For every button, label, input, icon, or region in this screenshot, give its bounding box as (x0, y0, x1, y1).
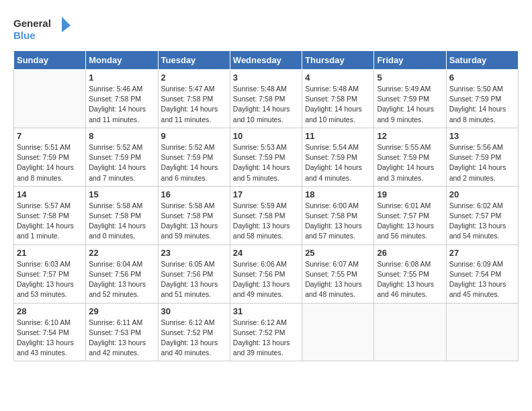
day-cell: 6Sunrise: 5:50 AM Sunset: 7:59 PM Daylig… (446, 70, 518, 128)
day-number: 13 (449, 131, 515, 141)
day-cell: 23Sunrise: 6:05 AM Sunset: 7:56 PM Dayli… (158, 244, 230, 303)
day-header-tuesday: Tuesday (158, 51, 230, 70)
day-number: 21 (17, 248, 83, 258)
day-info: Sunrise: 5:51 AM Sunset: 7:59 PM Dayligh… (17, 142, 83, 183)
day-header-wednesday: Wednesday (230, 51, 302, 70)
day-number: 24 (233, 248, 299, 258)
day-cell: 28Sunrise: 6:10 AM Sunset: 7:54 PM Dayli… (14, 303, 86, 361)
day-info: Sunrise: 6:05 AM Sunset: 7:56 PM Dayligh… (161, 259, 227, 300)
day-cell: 17Sunrise: 5:59 AM Sunset: 7:58 PM Dayli… (230, 186, 302, 244)
day-cell (446, 303, 518, 361)
day-info: Sunrise: 5:58 AM Sunset: 7:58 PM Dayligh… (161, 201, 227, 242)
week-row-5: 28Sunrise: 6:10 AM Sunset: 7:54 PM Dayli… (14, 303, 519, 361)
day-info: Sunrise: 5:52 AM Sunset: 7:59 PM Dayligh… (89, 142, 154, 183)
day-info: Sunrise: 5:49 AM Sunset: 7:59 PM Dayligh… (377, 84, 443, 125)
day-number: 15 (89, 189, 154, 199)
day-number: 20 (449, 189, 515, 199)
day-cell: 26Sunrise: 6:08 AM Sunset: 7:55 PM Dayli… (374, 244, 446, 303)
day-info: Sunrise: 6:02 AM Sunset: 7:57 PM Dayligh… (449, 201, 515, 242)
day-cell: 5Sunrise: 5:49 AM Sunset: 7:59 PM Daylig… (374, 70, 446, 128)
day-number: 31 (233, 306, 299, 316)
page-header: General Blue (13, 13, 519, 44)
day-info: Sunrise: 6:12 AM Sunset: 7:52 PM Dayligh… (161, 318, 227, 359)
day-cell (374, 303, 446, 361)
day-info: Sunrise: 6:10 AM Sunset: 7:54 PM Dayligh… (17, 318, 83, 359)
day-info: Sunrise: 6:04 AM Sunset: 7:56 PM Dayligh… (89, 259, 154, 300)
calendar-table: SundayMondayTuesdayWednesdayThursdayFrid… (13, 50, 519, 361)
day-info: Sunrise: 6:00 AM Sunset: 7:58 PM Dayligh… (305, 201, 371, 242)
day-cell: 31Sunrise: 6:12 AM Sunset: 7:52 PM Dayli… (230, 303, 302, 361)
day-info: Sunrise: 5:59 AM Sunset: 7:58 PM Dayligh… (233, 201, 299, 242)
day-number: 10 (233, 131, 299, 141)
day-cell: 21Sunrise: 6:03 AM Sunset: 7:57 PM Dayli… (14, 244, 86, 303)
day-cell (302, 303, 374, 361)
day-info: Sunrise: 5:48 AM Sunset: 7:58 PM Dayligh… (233, 84, 299, 125)
day-cell: 4Sunrise: 5:48 AM Sunset: 7:58 PM Daylig… (302, 70, 374, 128)
day-header-sunday: Sunday (14, 51, 86, 70)
week-row-2: 7Sunrise: 5:51 AM Sunset: 7:59 PM Daylig… (14, 128, 519, 186)
day-info: Sunrise: 5:54 AM Sunset: 7:59 PM Dayligh… (305, 142, 371, 183)
day-number: 3 (233, 73, 299, 83)
day-cell: 27Sunrise: 6:09 AM Sunset: 7:54 PM Dayli… (446, 244, 518, 303)
day-cell: 14Sunrise: 5:57 AM Sunset: 7:58 PM Dayli… (14, 186, 86, 244)
week-row-4: 21Sunrise: 6:03 AM Sunset: 7:57 PM Dayli… (14, 244, 519, 303)
day-number: 11 (305, 131, 371, 141)
week-row-1: 1Sunrise: 5:46 AM Sunset: 7:58 PM Daylig… (14, 70, 519, 128)
day-cell: 13Sunrise: 5:56 AM Sunset: 7:59 PM Dayli… (446, 128, 518, 186)
day-number: 16 (161, 189, 227, 199)
day-cell: 25Sunrise: 6:07 AM Sunset: 7:55 PM Dayli… (302, 244, 374, 303)
day-cell: 9Sunrise: 5:52 AM Sunset: 7:59 PM Daylig… (158, 128, 230, 186)
day-number: 4 (305, 73, 371, 83)
day-cell: 18Sunrise: 6:00 AM Sunset: 7:58 PM Dayli… (302, 186, 374, 244)
day-number: 9 (161, 131, 227, 141)
day-number: 2 (161, 73, 227, 83)
day-info: Sunrise: 6:03 AM Sunset: 7:57 PM Dayligh… (17, 259, 83, 300)
day-number: 23 (161, 248, 227, 258)
day-cell: 12Sunrise: 5:55 AM Sunset: 7:59 PM Dayli… (374, 128, 446, 186)
day-cell: 15Sunrise: 5:58 AM Sunset: 7:58 PM Dayli… (86, 186, 158, 244)
day-cell: 2Sunrise: 5:47 AM Sunset: 7:58 PM Daylig… (158, 70, 230, 128)
day-cell: 20Sunrise: 6:02 AM Sunset: 7:57 PM Dayli… (446, 186, 518, 244)
day-number: 28 (17, 306, 83, 316)
day-cell: 19Sunrise: 6:01 AM Sunset: 7:57 PM Dayli… (374, 186, 446, 244)
day-number: 12 (377, 131, 443, 141)
day-number: 6 (449, 73, 515, 83)
day-header-saturday: Saturday (446, 51, 518, 70)
week-row-3: 14Sunrise: 5:57 AM Sunset: 7:58 PM Dayli… (14, 186, 519, 244)
day-info: Sunrise: 5:47 AM Sunset: 7:58 PM Dayligh… (161, 84, 227, 125)
day-header-thursday: Thursday (302, 51, 374, 70)
day-cell: 22Sunrise: 6:04 AM Sunset: 7:56 PM Dayli… (86, 244, 158, 303)
days-header-row: SundayMondayTuesdayWednesdayThursdayFrid… (14, 51, 519, 70)
day-number: 30 (161, 306, 227, 316)
day-info: Sunrise: 5:57 AM Sunset: 7:58 PM Dayligh… (17, 201, 83, 242)
day-cell: 7Sunrise: 5:51 AM Sunset: 7:59 PM Daylig… (14, 128, 86, 186)
logo-svg: General Blue (13, 13, 74, 44)
day-info: Sunrise: 6:06 AM Sunset: 7:56 PM Dayligh… (233, 259, 299, 300)
day-number: 17 (233, 189, 299, 199)
day-cell: 1Sunrise: 5:46 AM Sunset: 7:58 PM Daylig… (86, 70, 158, 128)
day-info: Sunrise: 5:58 AM Sunset: 7:58 PM Dayligh… (89, 201, 154, 242)
day-cell: 3Sunrise: 5:48 AM Sunset: 7:58 PM Daylig… (230, 70, 302, 128)
day-cell: 8Sunrise: 5:52 AM Sunset: 7:59 PM Daylig… (86, 128, 158, 186)
day-number: 25 (305, 248, 371, 258)
day-info: Sunrise: 5:53 AM Sunset: 7:59 PM Dayligh… (233, 142, 299, 183)
svg-marker-2 (62, 17, 71, 32)
day-cell (14, 70, 86, 128)
day-cell: 30Sunrise: 6:12 AM Sunset: 7:52 PM Dayli… (158, 303, 230, 361)
day-info: Sunrise: 5:55 AM Sunset: 7:59 PM Dayligh… (377, 142, 443, 183)
day-cell: 29Sunrise: 6:11 AM Sunset: 7:53 PM Dayli… (86, 303, 158, 361)
day-number: 29 (89, 306, 154, 316)
day-info: Sunrise: 6:07 AM Sunset: 7:55 PM Dayligh… (305, 259, 371, 300)
day-info: Sunrise: 5:50 AM Sunset: 7:59 PM Dayligh… (449, 84, 515, 125)
svg-text:Blue: Blue (13, 30, 36, 41)
day-info: Sunrise: 5:56 AM Sunset: 7:59 PM Dayligh… (449, 142, 515, 183)
day-cell: 11Sunrise: 5:54 AM Sunset: 7:59 PM Dayli… (302, 128, 374, 186)
day-info: Sunrise: 6:11 AM Sunset: 7:53 PM Dayligh… (89, 318, 154, 359)
day-info: Sunrise: 6:08 AM Sunset: 7:55 PM Dayligh… (377, 259, 443, 300)
day-number: 8 (89, 131, 154, 141)
day-info: Sunrise: 6:12 AM Sunset: 7:52 PM Dayligh… (233, 318, 299, 359)
day-number: 1 (89, 73, 154, 83)
day-number: 19 (377, 189, 443, 199)
logo: General Blue (13, 13, 74, 44)
day-number: 27 (449, 248, 515, 258)
